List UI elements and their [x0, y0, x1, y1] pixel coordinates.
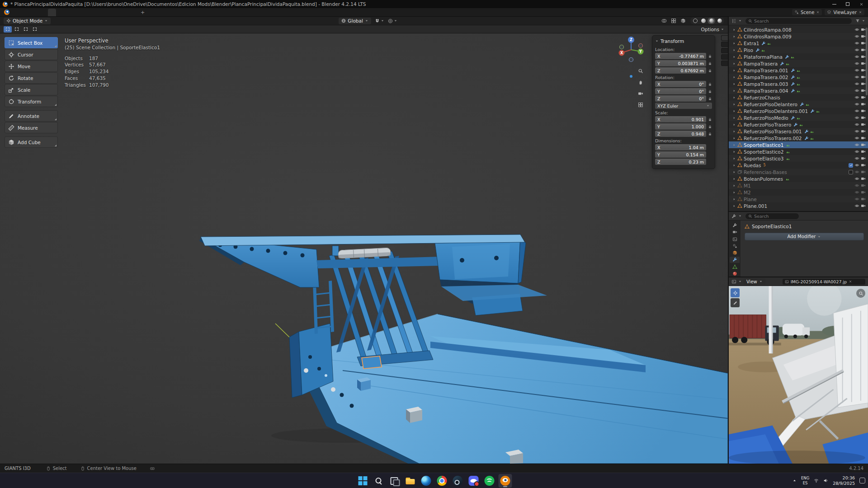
menu-edit[interactable] [18, 8, 24, 16]
taskbar-app-search[interactable] [372, 474, 386, 488]
expand-chevron-icon[interactable] [732, 130, 736, 133]
zoom-tool-icon[interactable] [636, 66, 645, 75]
hide-eye-icon[interactable] [854, 203, 859, 208]
pan-hand-icon[interactable] [636, 77, 645, 87]
clock[interactable]: 20:36 28/9/2025 [833, 475, 855, 486]
expand-chevron-icon[interactable] [732, 197, 736, 201]
location-y-field[interactable]: Y 0.003871 m [655, 60, 706, 66]
menu-object[interactable] [72, 17, 79, 25]
scene-selector[interactable]: Scene [792, 9, 822, 15]
hide-eye-icon[interactable] [854, 142, 859, 147]
camera-view-icon[interactable] [636, 89, 645, 98]
hide-eye-icon[interactable] [854, 156, 859, 161]
disable-render-camera-icon[interactable] [861, 88, 866, 93]
hide-eye-icon[interactable] [854, 115, 859, 120]
workspace-tab-compositing[interactable] [113, 9, 121, 16]
menu-render[interactable] [24, 8, 31, 16]
lock-icon[interactable] [708, 89, 712, 94]
disable-render-camera-icon[interactable] [861, 47, 866, 52]
expand-chevron-icon[interactable] [732, 69, 736, 72]
image-editor-icon[interactable] [731, 279, 736, 284]
hide-eye-icon[interactable] [854, 88, 859, 93]
outliner-item-extra1[interactable]: Extra1 [729, 40, 868, 47]
expand-chevron-icon[interactable] [732, 150, 736, 154]
expand-chevron-icon[interactable] [732, 116, 736, 120]
expand-chevron-icon[interactable] [732, 164, 736, 167]
menu-view[interactable] [53, 17, 60, 25]
outliner-item-cilindrosrampa-008[interactable]: CilindrosRampa.008 [729, 26, 868, 33]
lock-icon[interactable] [708, 82, 712, 86]
taskbar-app-steam[interactable] [451, 474, 465, 488]
properties-tab-object[interactable] [730, 250, 740, 256]
ortho-toggle-icon[interactable] [636, 100, 645, 109]
outliner-item-ruedas[interactable]: Ruedas 5 [729, 162, 868, 169]
expand-chevron-icon[interactable] [732, 55, 736, 59]
hide-eye-icon[interactable] [854, 75, 859, 80]
menu-add[interactable] [66, 17, 72, 25]
select-mode-intersect-icon[interactable] [31, 26, 39, 33]
outliner-item-cilindrosrampa-009[interactable]: CilindrosRampa.009 [729, 33, 868, 40]
workspace-tab-uv-editing[interactable] [72, 9, 80, 16]
image-annotate-tool[interactable] [731, 298, 740, 307]
dimension-x-field[interactable]: X 1.04 m [655, 144, 706, 150]
disable-render-camera-icon[interactable] [861, 163, 866, 168]
lock-icon[interactable] [708, 132, 712, 136]
rotation-mode-dropdown[interactable]: XYZ Euler [655, 103, 712, 109]
outliner-item-refuerzopisodelantero[interactable]: RefuerzoPisoDelantero [729, 101, 868, 108]
disable-render-camera-icon[interactable] [861, 169, 866, 174]
outliner-item-refuerzochasis[interactable]: RefuerzoChasis [729, 94, 868, 101]
select-mode-new-icon[interactable] [4, 26, 12, 33]
menu-image[interactable] [774, 277, 779, 286]
expand-chevron-icon[interactable] [732, 89, 736, 93]
properties-tab-scene[interactable] [730, 243, 740, 249]
hide-eye-icon[interactable] [854, 108, 859, 113]
expand-chevron-icon[interactable] [732, 28, 736, 32]
image-view[interactable] [729, 286, 868, 464]
proportional-editing-controls[interactable] [388, 19, 397, 23]
shading-material-icon[interactable] [708, 18, 715, 24]
disable-render-camera-icon[interactable] [861, 136, 866, 141]
image-datablock-selector[interactable]: IMG-20250914-WA0027.jp [783, 279, 865, 285]
disable-render-camera-icon[interactable] [861, 75, 866, 80]
scale-z-field[interactable]: Z 0.948 [655, 131, 706, 137]
disable-render-camera-icon[interactable] [861, 183, 866, 188]
taskbar-app-blender[interactable] [499, 474, 512, 488]
disable-render-camera-icon[interactable] [861, 68, 866, 73]
expand-chevron-icon[interactable] [732, 82, 736, 86]
taskbar-app-chrome[interactable] [435, 474, 449, 488]
menu-file[interactable] [12, 8, 18, 16]
outliner-item-rampatrasera-001[interactable]: RampaTrasera.001 [729, 67, 868, 74]
axis-negative-handle[interactable] [639, 44, 643, 48]
outliner-item-referencias-bases[interactable]: Referencias-Bases [729, 169, 868, 175]
rotation-y-field[interactable]: Y 0° [655, 88, 706, 94]
taskbar-app-discord[interactable] [467, 474, 481, 488]
shading-wireframe-icon[interactable] [691, 18, 699, 24]
outliner-item-soporteelastico3[interactable]: SoporteElastico3 [729, 155, 868, 162]
disable-render-camera-icon[interactable] [861, 142, 866, 147]
expand-chevron-icon[interactable] [732, 191, 736, 194]
disable-render-camera-icon[interactable] [861, 115, 866, 120]
expand-chevron-icon[interactable] [732, 42, 736, 45]
tool-scale[interactable]: Scale [5, 84, 58, 95]
outliner-editor-icon[interactable] [731, 19, 736, 23]
workspace-tab-shading[interactable] [89, 9, 97, 16]
filter-icon[interactable] [855, 19, 860, 23]
hide-eye-icon[interactable] [854, 81, 859, 86]
disable-render-camera-icon[interactable] [861, 197, 866, 202]
disable-render-camera-icon[interactable] [861, 149, 866, 154]
minimize-button[interactable] [827, 0, 841, 8]
outliner-item-m2[interactable]: M2 [729, 189, 868, 196]
hide-eye-icon[interactable] [854, 95, 859, 100]
expand-chevron-icon[interactable] [732, 62, 736, 66]
lock-icon[interactable] [708, 69, 712, 73]
options-dropdown[interactable]: Options [701, 27, 724, 32]
outliner-item-refuerzopisotrasero-002[interactable]: RefuerzoPisoTrasero.002 [729, 135, 868, 141]
lock-icon[interactable] [708, 97, 712, 101]
expand-chevron-icon[interactable] [732, 143, 736, 147]
xray-toggle-icon[interactable] [680, 18, 686, 23]
location-x-field[interactable]: X -0.77467 m [655, 53, 706, 59]
outliner-item-piso[interactable]: Piso [729, 47, 868, 53]
sidebar-tab-tool[interactable] [721, 42, 728, 47]
outliner-item-rampatrasera-003[interactable]: RampaTrasera.003 [729, 80, 868, 87]
disable-render-camera-icon[interactable] [861, 156, 866, 161]
